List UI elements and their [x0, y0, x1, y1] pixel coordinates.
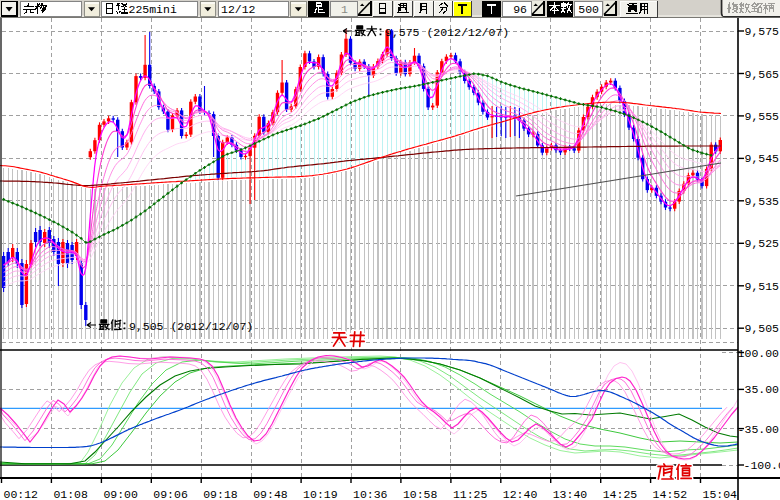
svg-text:12:40: 12:40	[503, 488, 538, 500]
svg-text:09:18: 09:18	[203, 488, 238, 500]
svg-text:09:48: 09:48	[253, 488, 288, 500]
svg-text:9,525: 9,525	[744, 237, 779, 250]
svg-text:9,555: 9,555	[744, 110, 779, 123]
svg-text:10:58: 10:58	[403, 488, 438, 500]
svg-text:12/12: 12/12	[221, 3, 256, 16]
svg-text:100.00: 100.00	[738, 347, 780, 360]
svg-text:09:06: 09:06	[153, 488, 188, 500]
svg-text:9,575: 9,575	[744, 25, 779, 38]
svg-text:9,505 (2012/12/07): 9,505 (2012/12/07)	[129, 320, 253, 333]
svg-text:01:08: 01:08	[53, 488, 88, 500]
svg-text:9,535: 9,535	[744, 195, 779, 208]
svg-text:500: 500	[578, 3, 599, 16]
svg-text:96: 96	[513, 3, 527, 16]
svg-text:9,575 (2012/12/07): 9,575 (2012/12/07)	[385, 26, 509, 39]
svg-text:1: 1	[341, 3, 348, 16]
svg-text:11:25: 11:25	[453, 488, 488, 500]
svg-text:10:36: 10:36	[353, 488, 388, 500]
svg-text:13:40: 13:40	[553, 488, 588, 500]
svg-text:14:25: 14:25	[603, 488, 638, 500]
svg-text:9,565: 9,565	[744, 68, 779, 81]
svg-text:225mini: 225mini	[129, 3, 177, 16]
svg-text:9,505: 9,505	[744, 322, 779, 335]
svg-text:-35.00: -35.00	[738, 423, 780, 436]
svg-text:15:04: 15:04	[703, 488, 738, 500]
svg-text:35.00: 35.00	[744, 383, 779, 396]
svg-text:9,545: 9,545	[744, 152, 779, 165]
svg-text:9,515: 9,515	[744, 280, 779, 293]
svg-text:09:00: 09:00	[103, 488, 138, 500]
svg-text:-100.00: -100.00	[744, 459, 780, 472]
svg-text:00:12: 00:12	[4, 488, 39, 500]
svg-text:10:19: 10:19	[303, 488, 338, 500]
svg-text:14:52: 14:52	[653, 488, 688, 500]
